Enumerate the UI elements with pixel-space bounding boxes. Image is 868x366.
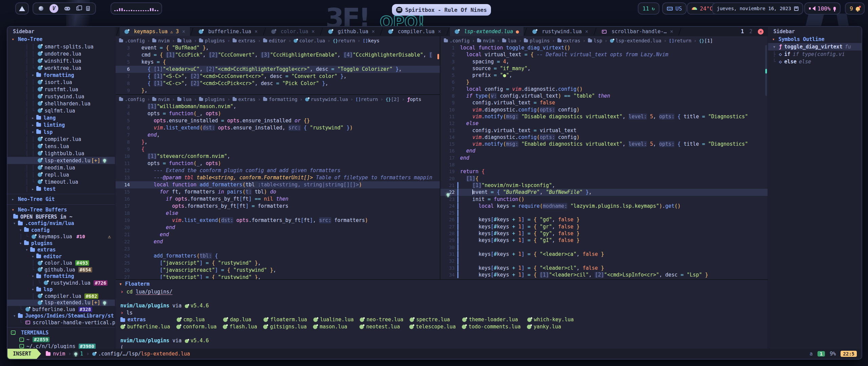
tree-file-row[interactable]: │ │ neodim.lua xyxy=(7,164,115,171)
code-line[interactable]: 30 xyxy=(440,244,768,251)
breadcrumb-segment[interactable]: formatting xyxy=(263,97,297,102)
workspace-browser-icon[interactable] xyxy=(39,6,43,11)
code-line[interactable]: 28 keys[#keys + 1] = { "gy", false } xyxy=(440,230,768,237)
tree-dir-row[interactable]: ▾config xyxy=(7,227,115,233)
code-line[interactable]: 7 local config = vim.diagnostic.config() xyxy=(440,86,768,93)
code-line[interactable]: 31 keys[#keys + 1] = { "<leader>ca", fal… xyxy=(440,251,768,258)
tree-file-row[interactable]: ~#2859 xyxy=(7,337,115,343)
tree-file-row[interactable]: │ │ lens.lua xyxy=(7,143,115,150)
chevron-down-icon[interactable]: ▾ xyxy=(771,37,775,42)
tree-dir-row[interactable]: ▾formatting xyxy=(7,273,115,280)
code-line[interactable]: 6 vim.list_extend(dst: opts.ensure_insta… xyxy=(116,124,440,131)
tree-dir-row[interactable]: ▾editor xyxy=(7,253,115,260)
breadcrumb-segment[interactable]: plugins xyxy=(524,38,550,43)
code-line[interactable]: 25 xyxy=(440,209,768,216)
tabpage-other[interactable]: 2 xyxy=(749,28,752,35)
launcher-button[interactable] xyxy=(15,2,29,15)
tree-file-row[interactable]: └ github.lua#654 xyxy=(7,266,115,273)
tab-scrollbar-handle-[interactable]: scrollbar-handle-…× xyxy=(597,27,678,36)
tab-close-icon[interactable]: × xyxy=(585,28,588,35)
tree-dir-row[interactable]: │ ▸lang xyxy=(7,114,115,121)
tree-dir-row[interactable]: ▾extras xyxy=(7,247,115,253)
keyboard-layout-widget[interactable]: US xyxy=(662,2,687,15)
tree-file-row[interactable]: │ │ isort.lua xyxy=(7,79,115,86)
code-line[interactable]: 9 }, xyxy=(116,87,440,94)
code-line[interactable]: 6 } xyxy=(440,79,768,85)
code-line[interactable]: 25 ["javascript"] = { "rustywind" }, xyxy=(116,260,440,267)
tab-github-lua[interactable]: github.lua× xyxy=(323,27,379,36)
code-line[interactable]: 8 }, xyxy=(116,139,440,146)
tree-file-row[interactable]: │ └ keymaps.lua#10⚠ xyxy=(7,233,115,240)
breadcrumb-segment[interactable]: lua xyxy=(177,97,192,102)
tree-dir-row[interactable]: ▾Juegos/Indies/SteamLibrary/st xyxy=(7,313,115,320)
code-line[interactable]: 13 ---@param tbl table<string, conform.F… xyxy=(116,174,440,181)
breadcrumb-segment[interactable]: .config xyxy=(119,97,145,102)
tab-close-icon[interactable]: × xyxy=(312,28,315,35)
code-line[interactable]: 8 if type(v: config.virtual_text) == "ta… xyxy=(440,93,768,99)
tree-file-row[interactable]: │ │ repl.lua xyxy=(7,171,115,178)
tab-lsp-extended-lua[interactable]: lsp-extended.lua● xyxy=(450,27,524,36)
code-line[interactable]: 20 [1]{ xyxy=(440,175,768,182)
tree-file-row[interactable]: │ │ lsp-extended.lu[+] xyxy=(7,157,115,164)
breadcrumb-segment[interactable]: .config xyxy=(444,38,470,43)
code-line[interactable]: 19 vim.list_extend(dst: opts.formatters_… xyxy=(116,217,440,224)
code-line[interactable]: 11 vim.notify(msg: "Disable diagnostics … xyxy=(440,113,768,120)
tree-file-row[interactable]: │ │ smart-splits.lua xyxy=(7,43,115,50)
tab-keymaps-lua[interactable]: keymaps.lua⚠3× xyxy=(120,27,190,36)
code-line[interactable]: 4 source = "if_many", xyxy=(440,65,768,72)
section-header-neo-tree-buffers[interactable]: ▾Neo-Tree Buffers xyxy=(7,206,115,214)
notifications-widget[interactable]: 9 xyxy=(845,2,865,15)
tree-file-row[interactable]: │ │ lightbulb.lua xyxy=(7,150,115,157)
code-line[interactable]: 9 { xyxy=(116,146,440,153)
tab-color-lua[interactable]: color.lua× xyxy=(267,27,319,36)
tree-dir-row[interactable]: ▾lsp xyxy=(7,286,115,293)
symbol-item-else[interactable]: └ ◇elseelse xyxy=(768,58,862,65)
terminal-output[interactable]: › cd lua/plugins/nvim/lua/plugins via v5… xyxy=(116,288,768,351)
tree-file-row[interactable]: │ color.lua#493 xyxy=(7,260,115,267)
code-line[interactable]: 18 xyxy=(440,161,768,168)
breadcrumb-segment[interactable]: editor xyxy=(263,38,286,43)
code-line[interactable]: 12 else xyxy=(440,120,768,127)
close-buffer-icon[interactable]: × xyxy=(758,29,764,35)
tree-dir-row[interactable]: │ ▸linting xyxy=(7,121,115,128)
code-line[interactable]: 24 add_formatters(tbl: { xyxy=(116,252,440,260)
tab-close-icon[interactable]: × xyxy=(255,28,258,35)
code-line[interactable]: 20 end xyxy=(116,224,440,231)
code-line[interactable]: 16 if opts.formatters_by_ft[ft] == nil t… xyxy=(116,196,440,203)
breadcrumb-segment[interactable]: [] return xyxy=(669,38,691,43)
editor-pane-color-lua[interactable]: .config›nvim›lua›plugins›extras›editor›c… xyxy=(116,36,440,95)
code-line[interactable]: 22 event = { "BufReadPre", "BufNewFile" … xyxy=(440,189,768,196)
code-line[interactable]: 17 opts.formatters_by_ft[ft] = formatter… xyxy=(116,203,440,210)
tree-file-row[interactable]: │ └ timeout.lua xyxy=(7,178,115,185)
tab-close-icon[interactable]: × xyxy=(670,28,673,35)
tab-bufferline-lua[interactable]: bufferline.lua× xyxy=(194,27,262,36)
workspace-games-icon[interactable] xyxy=(64,7,70,11)
tree-file-row[interactable]: │ └ rustywind.lua#726 xyxy=(7,280,115,286)
code-line[interactable]: 23 init = function() xyxy=(440,196,768,203)
code-line[interactable]: 12 --- Extend the conform plugin config … xyxy=(116,167,440,174)
tree-file-row[interactable]: │ │ undotree.lua xyxy=(7,50,115,57)
chevron-down-icon[interactable]: ▾ xyxy=(119,281,122,287)
code-line[interactable]: 6 { [1]"<leader>uC", [2]"<cmd>CccHighlig… xyxy=(116,66,440,73)
breadcrumb-segment[interactable]: lua xyxy=(177,38,192,43)
breadcrumb-segment[interactable]: lsp-extended.lua xyxy=(610,38,662,43)
code-line[interactable]: 24 local keys = require(modname: "lazyvi… xyxy=(440,203,768,209)
breadcrumb-segment[interactable]: nvim xyxy=(477,38,494,43)
tree-file-row[interactable]: OPEN BUFFERS in ~ xyxy=(7,214,115,220)
workspace-files-icon[interactable] xyxy=(86,6,90,11)
workspace-windows-icon[interactable] xyxy=(76,6,80,11)
symbol-item-if[interactable]: ├ ◇ifif type(config.vi xyxy=(768,50,862,58)
code-line[interactable]: 26 ["javascriptreact"] = { "rustywind" }… xyxy=(116,267,440,274)
code-line[interactable]: 11 opts = function(_, opts) xyxy=(116,160,440,167)
code-line[interactable]: 33 keys[#keys + 1] = { "<leader>cl", fal… xyxy=(440,265,768,271)
code-line[interactable]: 18 else xyxy=(116,210,440,217)
tree-file-row[interactable]: │ │ winshift.lua xyxy=(7,57,115,64)
code-line[interactable]: 17end xyxy=(440,155,768,161)
section-header-neo-tree[interactable]: ▾Neo-Tree xyxy=(7,36,115,43)
tree-dir-row[interactable]: │ ▸test xyxy=(7,185,115,192)
code-line[interactable]: 10 [1]"stevearc/conform.nvim", xyxy=(116,153,440,160)
clock-widget[interactable]: jueves, noviembre 16, 2023 xyxy=(712,2,803,15)
tree-file-row[interactable]: │ └ worktree.lua xyxy=(7,64,115,72)
code-line[interactable]: 32 xyxy=(440,258,768,264)
tree-dir-row[interactable]: ▾plugins xyxy=(7,240,115,247)
